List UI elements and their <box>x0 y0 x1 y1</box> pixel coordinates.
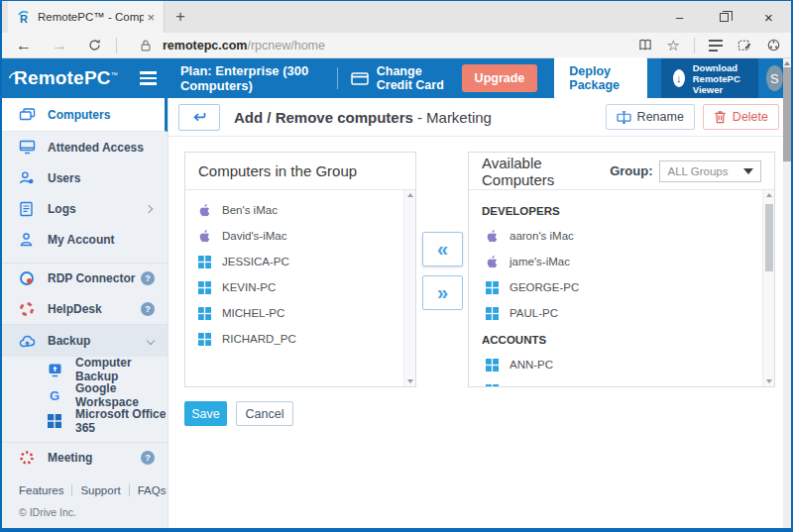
available-list-scrollbar[interactable] <box>762 190 774 386</box>
scroll-up-arrow-icon[interactable] <box>763 193 774 197</box>
move-out-of-group-button[interactable]: » <box>422 275 463 310</box>
rdp-connector-icon <box>19 270 36 286</box>
help-icon[interactable]: ? <box>141 302 155 316</box>
footer-link-support[interactable]: Support <box>71 484 128 496</box>
sidebar-item-label: Users <box>48 171 168 185</box>
computer-item[interactable]: GEORGE-PC <box>469 274 762 300</box>
backup-icon <box>19 334 36 349</box>
meeting-icon <box>19 450 36 466</box>
scroll-down-arrow-icon[interactable] <box>763 379 774 383</box>
available-panel-title: Available Computers <box>482 155 598 188</box>
favorites-star-icon[interactable]: ☆ <box>667 37 680 54</box>
computer-item[interactable]: aaron's iMac <box>469 223 762 249</box>
footer-link-faqs[interactable]: FAQs <box>129 484 174 496</box>
close-button[interactable]: × <box>746 1 791 33</box>
sidebar-footer-links: FeaturesSupportFAQs <box>2 476 168 500</box>
group-filter-dropdown[interactable]: ALL Groups <box>659 160 761 182</box>
sidebar-item-logs[interactable]: Logs <box>2 193 168 224</box>
sidebar-item-attended-access[interactable]: Attended Access <box>2 132 168 162</box>
computer-item[interactable]: TOM_PC <box>469 377 762 386</box>
hub-icon[interactable] <box>709 40 723 52</box>
minimize-button[interactable]: – <box>657 1 702 33</box>
page-scrollbar[interactable] <box>783 58 791 528</box>
sidebar-item-meeting[interactable]: Meeting? <box>2 442 168 473</box>
sidebar-item-rdp-connector[interactable]: RDP Connector? <box>2 263 168 293</box>
upgrade-button[interactable]: Upgrade <box>462 64 538 92</box>
forward-nav-icon[interactable]: → <box>52 37 67 54</box>
windows-icon <box>486 281 500 294</box>
sidebar-item-label: Meeting <box>48 451 141 465</box>
scroll-up-arrow-icon[interactable] <box>783 58 791 67</box>
sidebar-item-label: Computers <box>48 108 165 122</box>
share-icon[interactable] <box>766 38 781 53</box>
page-title: Add / Remove computers <box>234 109 413 126</box>
restore-button[interactable] <box>702 1 746 33</box>
sidebar-item-computer-backup[interactable]: Computer Backup <box>2 357 168 382</box>
user-avatar[interactable]: S <box>766 65 783 91</box>
cancel-button[interactable]: Cancel <box>236 401 293 426</box>
delete-button[interactable]: Delete <box>703 104 779 130</box>
computer-item[interactable]: RICHARD_PC <box>185 326 403 352</box>
deploy-package-button[interactable]: Deploy Package <box>554 57 646 99</box>
computer-item[interactable]: ANN-PC <box>469 352 762 377</box>
trash-icon <box>714 110 727 124</box>
apple-icon <box>198 204 212 217</box>
windows-icon <box>198 281 212 294</box>
apple-icon <box>486 256 500 268</box>
rename-button[interactable]: Rename <box>606 104 695 130</box>
refresh-icon[interactable] <box>87 38 102 53</box>
computer-name: David's-iMac <box>222 230 286 242</box>
back-nav-icon[interactable]: ← <box>16 37 32 54</box>
computer-item[interactable]: Ben's iMac <box>185 197 403 223</box>
reading-view-icon[interactable] <box>637 38 653 53</box>
sidebar-item-backup[interactable]: Backup <box>2 324 168 357</box>
scroll-up-arrow-icon[interactable] <box>404 193 415 197</box>
back-button[interactable] <box>178 104 220 131</box>
computer-item[interactable]: KEVIN-PC <box>185 274 403 300</box>
sidebar-item-my-account[interactable]: My Account <box>2 224 168 255</box>
browser-tab[interactable]: R RemotePC™ - Compute × <box>8 1 165 33</box>
help-icon[interactable]: ? <box>141 271 155 285</box>
sidebar-item-label: Logs <box>48 202 146 216</box>
windows-icon <box>198 333 212 346</box>
back-arrow-icon <box>190 110 208 124</box>
sidebar-item-label: My Account <box>48 233 168 247</box>
help-icon[interactable]: ? <box>141 451 155 465</box>
move-to-group-button[interactable]: « <box>422 232 463 266</box>
download-viewer-button[interactable]: ↓ DownloadRemotePC Viewer <box>661 58 758 98</box>
change-credit-card-button[interactable]: Change Credit Card <box>351 64 445 92</box>
computer-item[interactable]: David's-iMac <box>185 223 403 249</box>
sidebar-item-label: Microsoft Office 365 <box>75 407 168 435</box>
computer-item[interactable]: JESSICA-PC <box>185 249 403 274</box>
main-content: Add / Remove computers - Marketing Renam… <box>169 98 791 528</box>
computer-name: KEVIN-PC <box>222 281 276 293</box>
computer-name: MICHEL-PC <box>222 307 284 319</box>
available-panel-header: Available Computers Group: ALL Groups <box>469 153 774 190</box>
menu-icon[interactable] <box>140 71 157 85</box>
available-scrollbar-thumb[interactable] <box>765 204 773 271</box>
computer-group-header: ACCOUNTS <box>469 328 762 352</box>
new-tab-button[interactable]: + <box>165 1 196 33</box>
sidebar-item-users[interactable]: Users <box>2 162 168 193</box>
save-button[interactable]: Save <box>184 401 227 426</box>
computer-name: aaron's iMac <box>510 230 574 242</box>
computer-item[interactable]: jame's-iMac <box>469 249 762 274</box>
my-account-icon <box>19 232 36 247</box>
sidebar-item-computers[interactable]: Computers <box>2 98 168 132</box>
sidebar-item-helpdesk[interactable]: HelpDesk? <box>2 293 168 324</box>
tab-close-icon[interactable]: × <box>144 10 158 25</box>
web-note-icon[interactable] <box>736 38 752 53</box>
footer-link-features[interactable]: Features <box>19 484 71 496</box>
group-list-scrollbar[interactable] <box>403 190 415 386</box>
scroll-down-arrow-icon[interactable] <box>404 379 415 383</box>
computer-item[interactable]: PAUL-PC <box>469 300 762 326</box>
remotepc-favicon-icon: R <box>16 9 32 25</box>
sidebar-item-google-workspace[interactable]: GGoogle Workspace <box>2 382 168 408</box>
computer-name: Ben's iMac <box>222 204 278 216</box>
sidebar-item-label: Attended Access <box>48 141 168 155</box>
sidebar-item-microsoft-office-365[interactable]: Microsoft Office 365 <box>2 408 168 434</box>
url-field[interactable]: remotepc.com/rpcnew/home <box>128 39 325 53</box>
computer-item[interactable]: MICHEL-PC <box>185 300 403 326</box>
svg-text:R: R <box>20 13 28 25</box>
page-scrollbar-thumb[interactable] <box>783 67 791 161</box>
